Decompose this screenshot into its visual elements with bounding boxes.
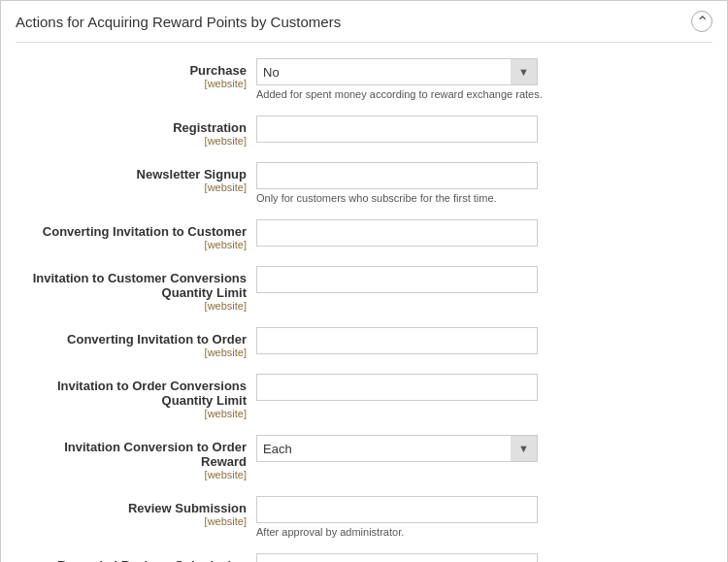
input-col-rewarded_reviews_submission_quantity_limit	[256, 553, 712, 562]
input-newsletter_signup[interactable]	[256, 162, 538, 189]
label-main-review_submission: Review Submission	[16, 501, 247, 515]
input-rewarded_reviews_submission_quantity_limit[interactable]	[256, 553, 538, 562]
form-row-purchase: Purchase[website]NoYes▼Added for spent m…	[16, 54, 712, 104]
input-invitation_to_order_conversions_quantity_limit[interactable]	[256, 374, 538, 401]
select-purchase[interactable]: NoYes	[256, 58, 538, 85]
input-registration[interactable]	[256, 116, 538, 143]
label-col-invitation_to_order_conversions_quantity_limit: Invitation to Order Conversions Quantity…	[16, 374, 256, 419]
label-col-converting_invitation_to_customer: Converting Invitation to Customer[websit…	[16, 219, 256, 250]
input-col-invitation_to_order_conversions_quantity_limit	[256, 374, 712, 401]
form-row-review_submission: Review Submission[website]After approval…	[16, 492, 712, 542]
input-col-converting_invitation_to_customer	[256, 219, 712, 247]
input-col-converting_invitation_to_order	[256, 327, 712, 354]
input-col-invitation_conversion_to_order_reward: EachFirstLast▼	[256, 435, 712, 462]
label-main-purchase: Purchase	[16, 63, 247, 78]
input-col-newsletter_signup: Only for customers who subscribe for the…	[256, 162, 712, 204]
label-main-rewarded_reviews_submission_quantity_limit: Rewarded Reviews Submission Quantity Lim…	[16, 558, 247, 562]
input-col-registration	[256, 116, 712, 143]
form-row-invitation_to_customer_conversions_quantity_limit: Invitation to Customer Conversions Quant…	[16, 262, 712, 315]
label-main-registration: Registration	[16, 120, 247, 135]
input-col-invitation_to_customer_conversions_quantity_limit	[256, 266, 712, 293]
label-sub-converting_invitation_to_order: [website]	[16, 347, 247, 358]
label-col-converting_invitation_to_order: Converting Invitation to Order[website]	[16, 327, 256, 358]
collapse-button[interactable]: ⌃	[691, 11, 712, 32]
input-col-review_submission: After approval by administrator.	[256, 496, 712, 538]
label-main-invitation_conversion_to_order_reward: Invitation Conversion to Order Reward	[16, 440, 247, 469]
label-sub-registration: [website]	[16, 135, 247, 147]
input-converting_invitation_to_order[interactable]	[256, 327, 538, 354]
form-row-newsletter_signup: Newsletter Signup[website]Only for custo…	[16, 158, 712, 208]
form-row-converting_invitation_to_order: Converting Invitation to Order[website]	[16, 323, 712, 362]
select-invitation_conversion_to_order_reward[interactable]: EachFirstLast	[256, 435, 538, 462]
form-row-converting_invitation_to_customer: Converting Invitation to Customer[websit…	[16, 215, 712, 254]
label-sub-converting_invitation_to_customer: [website]	[16, 239, 247, 250]
label-sub-newsletter_signup: [website]	[16, 182, 247, 193]
label-sub-invitation_to_customer_conversions_quantity_limit: [website]	[16, 300, 247, 312]
label-sub-invitation_to_order_conversions_quantity_limit: [website]	[16, 408, 247, 419]
label-col-newsletter_signup: Newsletter Signup[website]	[16, 162, 256, 193]
input-converting_invitation_to_customer[interactable]	[256, 219, 538, 247]
label-col-purchase: Purchase[website]	[16, 58, 256, 89]
label-sub-purchase: [website]	[16, 78, 247, 89]
label-main-invitation_to_customer_conversions_quantity_limit: Invitation to Customer Conversions Quant…	[16, 271, 247, 300]
label-col-invitation_to_customer_conversions_quantity_limit: Invitation to Customer Conversions Quant…	[16, 266, 256, 312]
page-container: Actions for Acquiring Reward Points by C…	[0, 0, 728, 562]
input-col-purchase: NoYes▼Added for spent money according to…	[256, 58, 712, 100]
input-review_submission[interactable]	[256, 496, 538, 523]
label-main-invitation_to_order_conversions_quantity_limit: Invitation to Order Conversions Quantity…	[16, 379, 247, 408]
select-wrapper-purchase: NoYes▼	[256, 58, 538, 85]
form-container: Purchase[website]NoYes▼Added for spent m…	[16, 54, 712, 562]
form-row-invitation_to_order_conversions_quantity_limit: Invitation to Order Conversions Quantity…	[16, 370, 712, 423]
form-row-invitation_conversion_to_order_reward: Invitation Conversion to Order Reward[we…	[16, 431, 712, 484]
label-main-converting_invitation_to_customer: Converting Invitation to Customer	[16, 224, 247, 239]
form-row-registration: Registration[website]	[16, 112, 712, 150]
label-col-review_submission: Review Submission[website]	[16, 496, 256, 527]
hint-review_submission: After approval by administrator.	[256, 526, 712, 538]
hint-purchase: Added for spent money according to rewar…	[256, 88, 712, 100]
label-col-invitation_conversion_to_order_reward: Invitation Conversion to Order Reward[we…	[16, 435, 256, 480]
label-sub-invitation_conversion_to_order_reward: [website]	[16, 469, 247, 480]
page-title: Actions for Acquiring Reward Points by C…	[16, 14, 341, 30]
label-sub-review_submission: [website]	[16, 515, 247, 527]
form-row-rewarded_reviews_submission_quantity_limit: Rewarded Reviews Submission Quantity Lim…	[16, 549, 712, 562]
page-header: Actions for Acquiring Reward Points by C…	[16, 11, 712, 43]
label-col-rewarded_reviews_submission_quantity_limit: Rewarded Reviews Submission Quantity Lim…	[16, 553, 256, 562]
label-col-registration: Registration[website]	[16, 116, 256, 147]
label-main-newsletter_signup: Newsletter Signup	[16, 167, 247, 182]
label-main-converting_invitation_to_order: Converting Invitation to Order	[16, 332, 247, 347]
hint-newsletter_signup: Only for customers who subscribe for the…	[256, 192, 712, 204]
select-wrapper-invitation_conversion_to_order_reward: EachFirstLast▼	[256, 435, 538, 462]
input-invitation_to_customer_conversions_quantity_limit[interactable]	[256, 266, 538, 293]
